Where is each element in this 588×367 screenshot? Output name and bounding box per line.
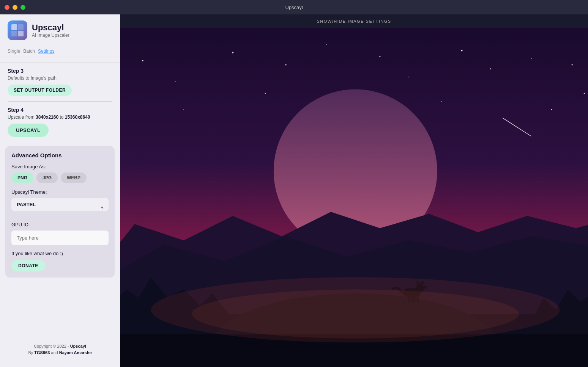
svg-point-16 (441, 101, 441, 102)
format-webp-button[interactable]: WEBP (61, 173, 87, 183)
save-image-as-label: Save Image As: (11, 164, 109, 169)
nav-tabs: Single Batch Settings (8, 45, 112, 55)
app-subtitle: AI Image Upscaler (32, 33, 69, 38)
author1: TGS963 (34, 350, 50, 355)
step3-section: Step 3 Defaults to Image's path SET OUTP… (0, 63, 120, 101)
author2: Nayam Amarshe (59, 350, 92, 355)
authors-line: By TGS963 and Nayam Amarshe (8, 350, 112, 356)
app-icon (8, 20, 27, 40)
night-scene-svg (120, 28, 588, 367)
svg-point-5 (285, 64, 287, 65)
gpu-id-label: GPU ID: (11, 222, 109, 227)
main-content: SHOW/HIDE IMAGE SETTINGS (120, 14, 588, 367)
by-text: By (28, 350, 34, 355)
step4-to-val: 15360x8640 (65, 114, 90, 120)
close-button[interactable] (5, 5, 9, 10)
and-text: and (50, 350, 59, 355)
svg-point-14 (183, 109, 184, 110)
tab-single[interactable]: Single (8, 48, 20, 55)
maximize-button[interactable] (20, 5, 25, 10)
step4-label: Step 4 (8, 107, 112, 113)
step4-description: Upscale from 3840x2160 to 15360x8640 (8, 114, 112, 120)
svg-point-20 (584, 93, 585, 94)
nav-tabs-container: Single Batch Settings (0, 45, 120, 63)
format-jpg-button[interactable]: JPG (36, 173, 58, 183)
svg-point-9 (461, 50, 462, 51)
app-header: Upscayl AI Image Upscaler (0, 14, 120, 45)
svg-point-4 (232, 52, 233, 53)
app-name: Upscayl (32, 23, 69, 33)
svg-point-15 (265, 93, 266, 94)
step3-label: Step 3 (8, 68, 112, 74)
svg-point-41 (192, 289, 519, 338)
svg-point-17 (551, 109, 552, 110)
donate-button[interactable]: DONATE (11, 260, 45, 271)
app-title-block: Upscayl AI Image Upscaler (32, 23, 69, 38)
gpu-id-input[interactable] (11, 231, 109, 245)
svg-point-11 (531, 58, 531, 59)
svg-point-6 (326, 44, 327, 45)
theme-select[interactable]: PASTEL DARK LIGHT SYSTEM (11, 198, 109, 211)
upscayl-button[interactable]: UPSCAYL (8, 124, 49, 137)
theme-label: Upscayl Theme: (11, 189, 109, 195)
step3-sublabel: Defaults to Image's path (8, 75, 112, 81)
set-output-folder-button[interactable]: SET OUTPUT FOLDER (8, 85, 72, 96)
show-hide-settings-bar[interactable]: SHOW/HIDE IMAGE SETTINGS (120, 14, 588, 28)
step4-desc1: Upscale from (8, 114, 36, 120)
sidebar-footer: Copyright © 2022 - Upscayl By TGS963 and… (0, 337, 120, 359)
svg-point-12 (572, 64, 573, 65)
minimize-button[interactable] (13, 5, 17, 10)
step4-section: Step 4 Upscale from 3840x2160 to 15360x8… (0, 102, 120, 142)
svg-point-3 (175, 81, 176, 82)
window-title: Upscayl (285, 5, 303, 10)
copyright-line: Copyright © 2022 - Upscayl (8, 343, 112, 350)
svg-point-8 (408, 77, 409, 77)
window-controls (5, 5, 25, 10)
svg-point-7 (379, 56, 380, 57)
tab-batch[interactable]: Batch (23, 48, 35, 55)
title-bar: Upscayl (0, 0, 588, 14)
footer-app-name: Upscayl (70, 344, 86, 348)
donate-label: If you like what we do :) (11, 251, 109, 256)
svg-point-10 (490, 68, 491, 69)
advanced-options-title: Advanced Options (11, 152, 109, 158)
sidebar: Upscayl AI Image Upscaler Single Batch S… (0, 14, 120, 367)
tab-settings[interactable]: Settings (38, 48, 54, 55)
step4-to-label: to (58, 114, 65, 120)
main-layout: Upscayl AI Image Upscaler Single Batch S… (0, 14, 588, 367)
theme-select-wrapper: PASTEL DARK LIGHT SYSTEM (11, 198, 109, 216)
step4-from: 3840x2160 (36, 114, 58, 120)
copyright-text: Copyright © 2022 - (34, 344, 70, 348)
format-buttons: PNG JPG WEBP (11, 173, 109, 183)
format-png-button[interactable]: PNG (11, 173, 33, 183)
image-display (120, 28, 588, 367)
advanced-options-section: Advanced Options Save Image As: PNG JPG … (5, 146, 115, 278)
svg-point-2 (142, 60, 143, 61)
